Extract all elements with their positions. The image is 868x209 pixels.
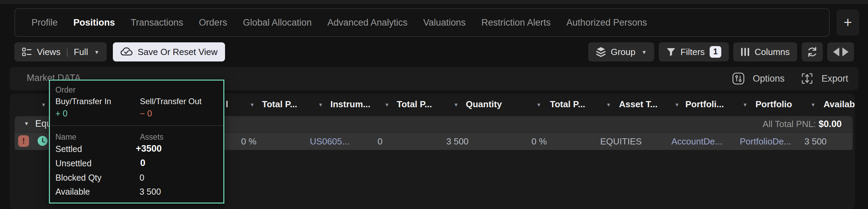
- group-label: Group: [611, 47, 635, 57]
- market-bar-actions: Options Export: [732, 67, 848, 90]
- tooltip-assets-header: Assets: [140, 133, 163, 142]
- cell-total-p-1: 0 %: [241, 136, 257, 147]
- column-menu-icon[interactable]: ▼: [453, 102, 459, 108]
- views-list-icon: [22, 47, 32, 57]
- column-header-total-p-3[interactable]: Total P...: [550, 99, 585, 110]
- collapse-expand-panel-button[interactable]: [827, 42, 854, 61]
- collapse-group-icon[interactable]: ▼: [24, 121, 29, 126]
- filters-button[interactable]: Filters 1: [659, 42, 729, 61]
- tab-profile[interactable]: Profile: [31, 17, 58, 28]
- columns-button[interactable]: Columns: [733, 42, 797, 61]
- position-details-tooltip: Order Buy/Transfer In Sell/Transfer Out …: [49, 80, 224, 204]
- warning-icon[interactable]: !: [18, 135, 29, 147]
- chevron-down-icon: ▼: [94, 49, 100, 55]
- group-total-pnl: All Total PNL:$0.00: [763, 119, 842, 129]
- tab-authorized-persons[interactable]: Authorized Persons: [566, 17, 647, 28]
- views-dropdown[interactable]: Views | Full ▼: [14, 42, 107, 61]
- views-label: Views: [37, 47, 61, 57]
- cell-available: 3 500: [804, 136, 827, 147]
- tooltip-row-label: Unsettled: [55, 158, 92, 168]
- tab-orders[interactable]: Orders: [199, 17, 227, 28]
- tooltip-row-label: Settled: [55, 144, 82, 154]
- view-toolbar: Views | Full ▼ Save Or Reset View: [14, 42, 225, 61]
- column-menu-icon[interactable]: ▼: [606, 102, 611, 108]
- tooltip-order-title: Order: [55, 85, 76, 95]
- plus-icon: +: [844, 14, 852, 31]
- columns-label: Columns: [754, 47, 790, 57]
- layers-icon: [596, 46, 606, 57]
- grid-toolbar: Group ▼ Filters 1 Columns: [588, 42, 854, 61]
- column-header-quantity[interactable]: Quantity: [466, 99, 502, 110]
- cell-account-link[interactable]: AccountDe...: [671, 136, 722, 147]
- cell-quantity: 3 500: [446, 136, 469, 147]
- export-label[interactable]: Export: [821, 73, 848, 84]
- tooltip-buy-value: + 0: [55, 109, 67, 119]
- tooltip-row-value: 0: [140, 173, 144, 183]
- tooltip-row-label: Blocked Qty: [55, 173, 102, 183]
- column-menu-icon[interactable]: ▼: [250, 102, 255, 108]
- funnel-icon: [666, 47, 676, 57]
- clock-icon[interactable]: [38, 136, 48, 146]
- tab-positions[interactable]: Positions: [74, 17, 115, 28]
- export-icon[interactable]: [801, 72, 813, 85]
- options-sliders-icon[interactable]: [732, 72, 745, 85]
- column-header-total-p-1[interactable]: Total P...: [262, 99, 297, 110]
- refresh-button[interactable]: [802, 42, 823, 61]
- column-header-portfolio-2[interactable]: Portfolio: [755, 99, 792, 110]
- column-menu-icon[interactable]: ▼: [811, 102, 816, 108]
- columns-icon: [741, 47, 750, 57]
- cell-total-p-3: 0 %: [531, 136, 547, 147]
- chevron-down-icon: ▼: [642, 49, 647, 55]
- left-right-arrows-icon: [833, 47, 849, 56]
- options-label[interactable]: Options: [753, 73, 785, 84]
- total-pnl-label: All Total PNL:: [763, 119, 816, 129]
- cell-asset-type: EQUITIES: [600, 136, 642, 147]
- column-header-instrument[interactable]: Instrum...: [330, 99, 370, 110]
- column-header-fragment: l: [226, 99, 228, 110]
- column-menu-icon[interactable]: ▼: [41, 102, 46, 108]
- cell-total-p-2: 0: [378, 136, 382, 147]
- tab-valuations[interactable]: Valuations: [423, 17, 465, 28]
- tooltip-row-value: 3 500: [140, 187, 161, 197]
- tooltip-row-value: +3500: [136, 143, 162, 154]
- tooltip-name-header: Name: [55, 133, 76, 142]
- tab-advanced-analytics[interactable]: Advanced Analytics: [327, 17, 407, 28]
- tab-global-allocation[interactable]: Global Allocation: [243, 17, 312, 28]
- cloud-check-icon: [120, 47, 133, 57]
- tooltip-divider: [50, 125, 223, 126]
- main-tab-bar: Profile Positions Transactions Orders Gl…: [14, 8, 830, 37]
- column-header-available[interactable]: Available: [824, 99, 855, 110]
- views-current-value: Full: [74, 47, 88, 57]
- total-pnl-value: $0.00: [818, 119, 842, 129]
- tooltip-sell-label: Sell/Transfer Out: [140, 97, 202, 106]
- column-menu-icon[interactable]: ▼: [536, 102, 541, 108]
- filters-count-badge: 1: [710, 46, 722, 58]
- tooltip-row-label: Available: [55, 187, 90, 197]
- column-header-asset-type[interactable]: Asset T...: [619, 99, 658, 110]
- filters-label: Filters: [681, 47, 705, 57]
- column-header-total-p-2[interactable]: Total P...: [397, 99, 432, 110]
- save-or-reset-view-button[interactable]: Save Or Reset View: [113, 42, 225, 61]
- divider: |: [66, 47, 68, 57]
- column-menu-icon[interactable]: ▼: [384, 102, 390, 108]
- top-strip: [0, 0, 868, 4]
- tooltip-row-value: 0: [140, 158, 145, 168]
- column-menu-icon[interactable]: ▼: [742, 102, 748, 108]
- save-or-reset-label: Save Or Reset View: [137, 47, 218, 57]
- add-tab-button[interactable]: +: [837, 10, 859, 36]
- cell-portfolio-link[interactable]: PortfolioDe...: [740, 136, 791, 147]
- column-header-portfolio-1[interactable]: Portfoli...: [685, 99, 724, 110]
- tooltip-sell-value: − 0: [140, 109, 152, 119]
- refresh-icon: [807, 46, 818, 57]
- column-menu-icon[interactable]: ▼: [318, 102, 323, 108]
- cell-instrument-link[interactable]: US0605...: [310, 136, 350, 147]
- tooltip-buy-label: Buy/Transfer In: [55, 97, 111, 106]
- positions-page: Profile Positions Transactions Orders Gl…: [0, 0, 868, 209]
- tab-restriction-alerts[interactable]: Restriction Alerts: [482, 17, 551, 28]
- group-dropdown[interactable]: Group ▼: [588, 42, 654, 61]
- column-menu-icon[interactable]: ▼: [674, 102, 680, 108]
- tab-transactions[interactable]: Transactions: [131, 17, 183, 28]
